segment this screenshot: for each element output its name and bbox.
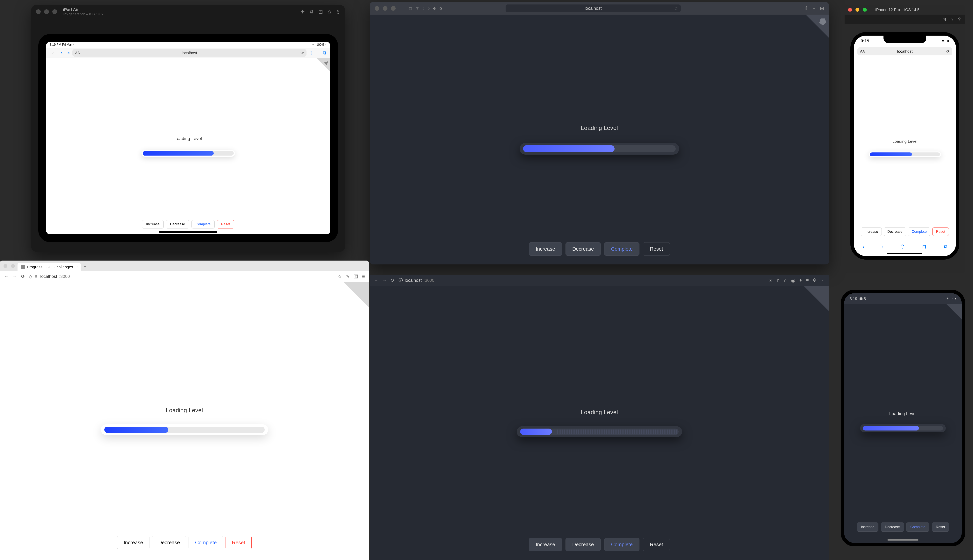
reload-icon[interactable]: ⟳	[674, 6, 678, 11]
increase-button[interactable]: Increase	[861, 228, 882, 236]
close-icon[interactable]	[374, 6, 379, 11]
shield-icon[interactable]: ◐	[433, 7, 436, 10]
record-icon[interactable]: ⊡	[318, 8, 323, 15]
home-icon[interactable]: ⌂	[950, 17, 953, 22]
reload-icon[interactable]: ⟳	[391, 278, 395, 283]
browser-tab[interactable]: Progress | GUI Challenges ×	[18, 263, 81, 271]
menu-icon[interactable]: ≡	[362, 274, 365, 279]
reset-button[interactable]: Reset	[932, 228, 949, 236]
back-icon[interactable]: ‹	[50, 50, 56, 56]
share-icon[interactable]: ⇧	[804, 5, 808, 11]
increase-button[interactable]: Increase	[142, 220, 164, 228]
forward-icon[interactable]: →	[382, 278, 387, 283]
share-icon[interactable]: ⇪	[958, 17, 961, 22]
increase-button[interactable]: Increase	[529, 242, 562, 256]
minimize-icon[interactable]	[11, 264, 15, 268]
appearance-icon[interactable]: ◑	[440, 7, 442, 10]
home-icon[interactable]: ⌂	[328, 8, 331, 15]
new-tab-icon[interactable]: +	[84, 264, 86, 271]
visbug-corner-icon[interactable]	[946, 304, 962, 320]
sidebar-icon[interactable]: ⧈	[67, 51, 69, 55]
url-field[interactable]: ⓘ localhost:3000	[398, 277, 765, 283]
visbug-corner-icon[interactable]	[343, 282, 369, 307]
tabs-icon[interactable]: ⊞	[820, 5, 824, 11]
increase-button[interactable]: Increase	[529, 538, 562, 551]
mic-icon[interactable]: 🎙	[812, 278, 817, 283]
minimize-icon[interactable]	[856, 8, 859, 12]
bookmarks-icon[interactable]: ⊓	[922, 243, 926, 250]
close-tab-icon[interactable]: ×	[77, 265, 79, 269]
info-icon[interactable]: ⓘ	[398, 277, 403, 283]
reset-button[interactable]: Reset	[932, 522, 949, 532]
close-icon[interactable]	[3, 264, 7, 268]
back-icon[interactable]: ‹	[423, 5, 424, 11]
increase-button[interactable]: Increase	[117, 536, 149, 549]
reload-icon[interactable]: ⟳	[301, 50, 304, 55]
star-icon[interactable]: ☆	[783, 278, 787, 283]
share-icon[interactable]: ⇧	[776, 278, 780, 283]
back-icon[interactable]: ←	[4, 274, 8, 279]
sidebar-icon[interactable]: ⧈	[409, 5, 412, 11]
tabs-icon[interactable]: ⧉	[943, 243, 947, 250]
reset-button[interactable]: Reset	[643, 242, 670, 256]
maximize-icon[interactable]	[863, 8, 867, 12]
back-icon[interactable]: ←	[374, 278, 378, 283]
decrease-button[interactable]: Decrease	[565, 538, 601, 551]
close-icon[interactable]	[36, 9, 41, 14]
decrease-button[interactable]: Decrease	[565, 242, 601, 256]
home-indicator[interactable]	[888, 539, 918, 540]
back-icon[interactable]: ‹	[863, 243, 864, 250]
puzzle-icon[interactable]: ✦	[799, 278, 802, 283]
screenshot-icon[interactable]: ⊡	[942, 17, 946, 22]
url-field[interactable]: AA localhost ⟳	[72, 49, 306, 57]
new-tab-icon[interactable]: +	[813, 5, 816, 11]
close-icon[interactable]	[848, 8, 852, 12]
extension-icon[interactable]: ◉	[791, 278, 795, 283]
forward-icon[interactable]: ›	[881, 243, 883, 250]
menu-icon[interactable]: ⋮	[821, 278, 825, 283]
shield-icon[interactable]: ◇	[29, 274, 32, 279]
forward-icon[interactable]: ›	[428, 5, 430, 11]
reader-icon[interactable]: AA	[75, 51, 80, 55]
list-icon[interactable]: ≡	[806, 278, 809, 283]
reload-icon[interactable]: ⟳	[21, 274, 25, 279]
home-indicator[interactable]	[159, 231, 217, 233]
star-icon[interactable]: ☆	[338, 274, 342, 279]
reset-button[interactable]: Reset	[217, 220, 234, 228]
screenshot-icon[interactable]: ⧉	[309, 8, 314, 15]
share-icon[interactable]: ⇧	[900, 243, 905, 250]
brush-icon[interactable]: ✎	[346, 274, 350, 279]
decrease-button[interactable]: Decrease	[152, 536, 186, 549]
share-icon[interactable]: ⇪	[336, 8, 340, 15]
decrease-button[interactable]: Decrease	[881, 522, 904, 532]
home-indicator[interactable]	[888, 253, 923, 254]
reload-icon[interactable]: ⟳	[946, 49, 950, 54]
decrease-button[interactable]: Decrease	[166, 220, 189, 228]
tabs-icon[interactable]: ⧉	[323, 50, 326, 56]
visbug-corner-icon[interactable]	[806, 15, 829, 38]
reset-button[interactable]: Reset	[226, 536, 252, 549]
increase-button[interactable]: Increase	[857, 522, 878, 532]
minimize-icon[interactable]	[44, 9, 49, 14]
visbug-corner-icon[interactable]	[317, 58, 330, 72]
url-field[interactable]: ◇ 🗎 localhost:3000	[29, 274, 334, 279]
maximize-icon[interactable]	[391, 6, 396, 11]
minimize-icon[interactable]	[383, 6, 388, 11]
url-field[interactable]: localhost ⟳	[506, 5, 681, 12]
maximize-icon[interactable]	[52, 9, 57, 14]
reset-button[interactable]: Reset	[643, 538, 670, 551]
share-icon[interactable]: ⇧	[309, 50, 313, 56]
complete-button[interactable]: Complete	[192, 220, 215, 228]
complete-button[interactable]: Complete	[604, 242, 639, 256]
install-icon[interactable]: ⊡	[769, 278, 772, 283]
sparkle-icon[interactable]: ✦	[300, 8, 305, 15]
url-field[interactable]: AA localhost ⟳	[858, 47, 952, 55]
key-icon[interactable]: ⚿	[354, 274, 358, 279]
forward-icon[interactable]: ›	[59, 50, 65, 56]
forward-icon[interactable]: →	[12, 274, 17, 279]
complete-button[interactable]: Complete	[189, 536, 223, 549]
new-tab-icon[interactable]: +	[317, 50, 319, 56]
reader-icon[interactable]: AA	[860, 49, 865, 53]
decrease-button[interactable]: Decrease	[884, 228, 906, 236]
complete-button[interactable]: Complete	[906, 522, 930, 532]
